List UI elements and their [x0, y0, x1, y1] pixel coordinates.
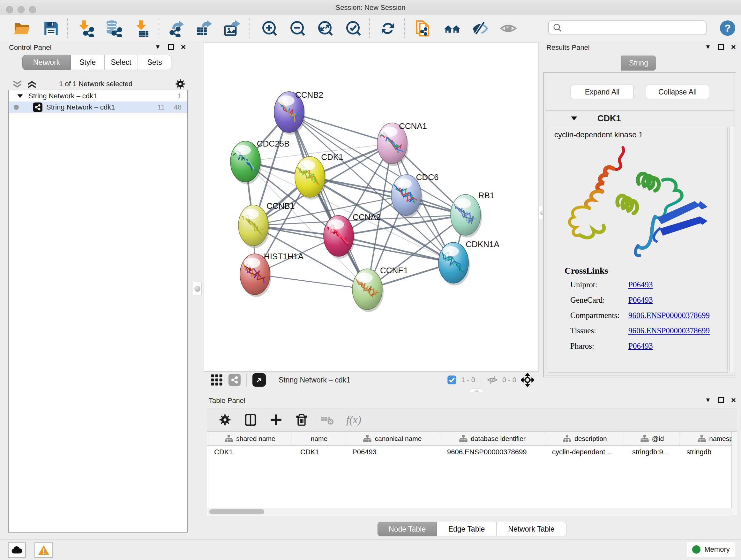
delete-column-icon[interactable]	[295, 414, 308, 426]
selected-checkbox-icon[interactable]	[447, 375, 457, 385]
network-tree-row[interactable]: String Network – cdk11148	[9, 102, 187, 113]
network-node-HIST1H1A[interactable]: HIST1H1A	[240, 252, 304, 297]
panel-float-icon[interactable]	[718, 397, 724, 403]
panel-close-icon[interactable]: ×	[731, 44, 736, 50]
hidden-eye-icon[interactable]	[487, 374, 498, 385]
column-header--id[interactable]: @id	[625, 432, 679, 445]
table-cell[interactable]: cyclin-dependent ...	[545, 446, 625, 458]
zoom-fit-button[interactable]	[317, 20, 334, 37]
show-columns-icon[interactable]	[244, 414, 257, 426]
scrollbar-thumb[interactable]	[209, 509, 264, 514]
import-network-from-file-button[interactable]	[77, 20, 94, 37]
column-header-canonical-name[interactable]: canonical name	[345, 432, 440, 445]
panel-collapse-icon[interactable]: ▼	[155, 44, 161, 51]
crosslink-link[interactable]: P06493	[628, 341, 653, 353]
expand-triangle-icon[interactable]	[17, 94, 23, 98]
cloud-status-button[interactable]	[8, 543, 26, 558]
warning-icon	[38, 545, 50, 555]
gene-entry-body: cyclin-dependent kinase 1	[548, 127, 728, 373]
tab-string[interactable]: String	[621, 56, 656, 71]
column-header-database-identifier[interactable]: database identifier	[440, 432, 545, 445]
network-tree-row[interactable]: String Network – cdk11	[9, 90, 187, 102]
table-cell[interactable]: 9606.ENSP00000378699	[440, 446, 545, 458]
move-crosshair-icon[interactable]	[521, 373, 534, 387]
zoom-selected-button[interactable]	[345, 20, 362, 37]
warning-status-button[interactable]	[35, 543, 53, 558]
grid-mode-icon[interactable]	[211, 374, 223, 386]
crosslink-link[interactable]: 9606.ENSP00000378699	[628, 326, 710, 337]
table-vertical-scrollbar[interactable]	[731, 432, 737, 516]
gene-entry-header[interactable]: CDK1	[545, 111, 735, 126]
network-share-mode-icon[interactable]	[228, 374, 241, 386]
panel-collapse-icon[interactable]: ▼	[705, 44, 711, 51]
open-session-button[interactable]	[13, 20, 30, 37]
collapse-triangle-icon[interactable]	[570, 116, 578, 121]
panel-collapse-icon[interactable]: ▼	[705, 396, 711, 403]
results-vertical-scrollbar[interactable]	[730, 127, 735, 372]
zoom-in-button[interactable]	[261, 20, 278, 37]
panel-float-icon[interactable]	[168, 44, 174, 50]
tab-edge-table[interactable]: Edge Table	[437, 522, 496, 537]
help-button[interactable]: ?	[720, 20, 735, 36]
network-node-CCNA2[interactable]: CCNA2	[324, 212, 381, 259]
network-node-CCNB1[interactable]: CCNB1	[239, 201, 294, 248]
export-network-button[interactable]	[169, 20, 186, 37]
crosslink-link[interactable]: 9606.ENSP00000378699	[628, 311, 710, 322]
crosslink-link[interactable]: P06493	[628, 280, 653, 291]
gear-icon[interactable]	[175, 78, 186, 89]
tab-network-table[interactable]: Network Table	[496, 522, 566, 537]
search-box[interactable]	[548, 20, 706, 35]
column-header-name[interactable]: name	[293, 432, 345, 445]
table-horizontal-scrollbar[interactable]	[207, 508, 732, 515]
expand-all-button[interactable]: Expand All	[570, 84, 634, 99]
crosslink-link[interactable]: P06493	[628, 296, 653, 307]
import-table-from-file-button[interactable]	[133, 20, 151, 37]
gear-icon[interactable]	[219, 414, 231, 426]
panel-close-icon[interactable]: ×	[181, 44, 186, 50]
table-cell[interactable]: P06493	[345, 446, 440, 458]
crosslink-label: Pharos:	[570, 341, 628, 353]
export-image-button[interactable]	[224, 20, 241, 37]
table-cell[interactable]: stringdb	[679, 446, 737, 458]
zoom-out-button[interactable]	[289, 20, 307, 37]
home-button[interactable]	[444, 20, 461, 37]
tab-node-table[interactable]: Node Table	[378, 522, 437, 537]
vertical-splitter-handle[interactable]	[193, 282, 202, 295]
hide-graphics-details-button[interactable]	[472, 20, 489, 37]
table-cell[interactable]: stringdb:9...	[625, 446, 679, 458]
tab-select[interactable]: Select	[105, 55, 138, 70]
network-edge[interactable]	[289, 112, 367, 289]
refresh-button[interactable]	[379, 20, 396, 37]
network-file-button[interactable]	[415, 20, 432, 37]
panel-close-icon[interactable]: ×	[731, 397, 736, 403]
gene-entry-panel: CDK1 cyclin-dependent kinase 1	[545, 111, 735, 375]
collapse-all-button[interactable]: Collapse All	[646, 84, 709, 99]
network-node-CCNA1[interactable]: CCNA1	[377, 121, 427, 166]
tab-style[interactable]: Style	[71, 55, 105, 70]
network-node-RB1[interactable]: RB1	[451, 191, 494, 238]
add-column-icon[interactable]	[270, 414, 282, 426]
table-cell[interactable]: CDK1	[207, 446, 293, 458]
network-edge[interactable]	[255, 274, 367, 289]
birds-eye-view-icon[interactable]	[253, 373, 266, 387]
export-table-button[interactable]	[196, 20, 213, 37]
table-panel-title: Table Panel	[209, 396, 246, 405]
search-input[interactable]	[562, 23, 706, 32]
import-network-from-database-button[interactable]	[105, 20, 122, 37]
network-node-CDC25B[interactable]: CDC25B	[230, 139, 289, 184]
network-node-CCNE1[interactable]: CCNE1	[352, 266, 408, 312]
network-node-CDKN1A[interactable]: CDKN1A	[439, 240, 499, 286]
show-graphics-details-button[interactable]	[500, 20, 517, 37]
tab-network[interactable]: Network	[22, 55, 71, 70]
network-canvas[interactable]: CCNB2CCNA1CDC25BCDK1CDC6RB1CCNB1CCNA2CDK…	[204, 43, 539, 371]
tab-sets[interactable]: Sets	[138, 55, 172, 70]
save-session-button[interactable]	[43, 20, 60, 37]
panel-float-icon[interactable]	[718, 44, 724, 50]
column-header-description[interactable]: description	[545, 432, 625, 445]
column-header-namespace[interactable]: namespace	[679, 432, 737, 445]
table-cell[interactable]: CDK1	[293, 446, 345, 458]
column-header-shared-name[interactable]: shared name	[207, 432, 293, 445]
memory-button[interactable]: Memory	[687, 542, 735, 557]
table-row[interactable]: CDK1CDK1P064939606.ENSP00000378699cyclin…	[207, 446, 737, 458]
network-edge[interactable]	[339, 236, 454, 263]
